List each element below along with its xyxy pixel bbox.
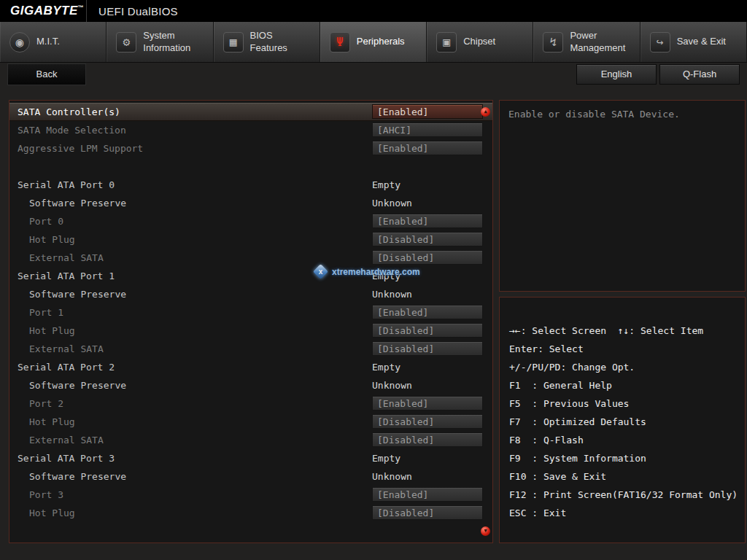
setting-row[interactable]: Hot Plug[Disabled] xyxy=(9,230,492,249)
mit-icon: ◉ xyxy=(9,32,30,52)
tab-save-exit[interactable]: ↪Save & Exit xyxy=(640,22,747,62)
spacer-row xyxy=(9,158,492,176)
key-hint: F7 : Optimized Defaults xyxy=(500,413,745,431)
setting-label: Port 2 xyxy=(29,394,63,413)
chipset-icon: ▣ xyxy=(436,32,457,52)
tab-peripherals[interactable]: ΨPeripherals xyxy=(320,22,427,62)
power-management-icon: ↯ xyxy=(543,32,563,52)
setting-value[interactable]: [Enabled] xyxy=(372,141,483,155)
key-hint: F10 : Save & Exit xyxy=(500,467,745,486)
setting-label: External SATA xyxy=(29,431,104,449)
setting-row[interactable]: Serial ATA Port 0Empty xyxy=(9,176,492,194)
setting-label: Software Preserve xyxy=(29,285,126,303)
tab-label: Peripherals xyxy=(357,36,405,47)
setting-label: SATA Mode Selection xyxy=(18,121,126,139)
key-hint: F9 : System Information xyxy=(500,449,745,467)
setting-label: Hot Plug xyxy=(29,322,75,340)
setting-row[interactable]: Aggressive LPM Support[Enabled] xyxy=(9,139,492,158)
setting-row[interactable]: External SATA[Disabled] xyxy=(9,431,492,449)
tab-system-information[interactable]: ⚙System Information xyxy=(107,22,213,62)
scroll-up-arrow[interactable]: ▲ xyxy=(481,107,490,117)
setting-row[interactable]: External SATA[Disabled] xyxy=(9,249,492,267)
setting-row[interactable]: SATA Controller(s)[Enabled] xyxy=(9,103,492,121)
setting-label: External SATA xyxy=(29,249,104,267)
setting-row[interactable]: Serial ATA Port 2Empty xyxy=(9,358,492,376)
setting-value[interactable]: [Enabled] xyxy=(372,487,483,502)
key-hints-list: →←: Select Screen ↑↓: Select ItemEnter: … xyxy=(500,322,745,522)
tab-label: Save & Exit xyxy=(677,36,726,47)
tab-chipset[interactable]: ▣Chipset xyxy=(427,22,533,62)
setting-label: Hot Plug xyxy=(29,413,75,431)
setting-row[interactable]: Port 2[Enabled] xyxy=(9,394,492,413)
setting-value: Empty xyxy=(372,358,400,376)
setting-label: Serial ATA Port 1 xyxy=(18,267,115,285)
tab-label: Chipset xyxy=(463,36,495,47)
setting-value[interactable]: [Disabled] xyxy=(372,250,483,265)
settings-list: SATA Controller(s)[Enabled]SATA Mode Sel… xyxy=(9,103,492,522)
setting-row[interactable]: External SATA[Disabled] xyxy=(9,340,492,358)
setting-value[interactable]: [Enabled] xyxy=(372,305,483,319)
setting-row[interactable]: Software PreserveUnknown xyxy=(9,467,492,486)
setting-row[interactable]: Port 0[Enabled] xyxy=(9,212,492,230)
setting-row[interactable]: SATA Mode Selection[AHCI] xyxy=(9,121,492,139)
key-hint: ESC : Exit xyxy=(500,504,745,522)
bios-screen: GIGABYTE™ UEFI DualBIOS ◉M.I.T.⚙System I… xyxy=(0,0,747,560)
language-button[interactable]: English xyxy=(576,64,657,85)
key-hint: +/-/PU/PD: Change Opt. xyxy=(500,358,745,376)
key-hints-panel: →←: Select Screen ↑↓: Select ItemEnter: … xyxy=(499,297,746,543)
tab-bar: ◉M.I.T.⚙System Information▦BIOS Features… xyxy=(0,22,747,63)
back-button[interactable]: Back xyxy=(7,63,86,85)
key-hint: Enter: Select xyxy=(500,340,745,358)
setting-value[interactable]: [Disabled] xyxy=(372,323,483,338)
setting-row[interactable]: Port 1[Enabled] xyxy=(9,303,492,322)
setting-row[interactable]: Hot Plug[Disabled] xyxy=(9,504,492,522)
setting-value[interactable]: [AHCI] xyxy=(372,122,483,137)
tab-bios-features[interactable]: ▦BIOS Features xyxy=(214,22,320,62)
watermark-text: xtremehardware.com xyxy=(332,267,420,277)
key-hint: F12 : Print Screen(FAT16/32 Format Only) xyxy=(500,486,745,504)
system-information-icon: ⚙ xyxy=(116,32,136,52)
setting-row[interactable]: Software PreserveUnknown xyxy=(9,376,492,394)
setting-value: Unknown xyxy=(372,376,412,394)
setting-value[interactable]: [Enabled] xyxy=(372,104,483,119)
setting-label: Port 3 xyxy=(29,486,63,504)
trademark-symbol: ™ xyxy=(78,4,85,11)
setting-value[interactable]: [Disabled] xyxy=(372,505,483,520)
toolbar: Back English Q-Flash xyxy=(0,63,747,87)
setting-row[interactable]: Hot Plug[Disabled] xyxy=(9,322,492,340)
watermark: x xtremehardware.com xyxy=(315,266,420,277)
setting-label: Hot Plug xyxy=(29,230,75,249)
setting-value[interactable]: [Disabled] xyxy=(372,232,483,246)
key-hint: F1 : General Help xyxy=(500,376,745,394)
setting-row[interactable]: Software PreserveUnknown xyxy=(9,285,492,303)
key-hint: F8 : Q-Flash xyxy=(500,431,745,449)
setting-row[interactable]: Software PreserveUnknown xyxy=(9,194,492,212)
setting-label: Port 0 xyxy=(29,212,63,230)
tab-mit[interactable]: ◉M.I.T. xyxy=(0,22,107,62)
help-panel: Enable or disable SATA Device. xyxy=(499,100,746,292)
setting-value[interactable]: [Disabled] xyxy=(372,414,483,429)
tab-label: System Information xyxy=(143,30,203,54)
setting-label: External SATA xyxy=(29,340,104,358)
setting-value[interactable]: [Enabled] xyxy=(372,214,483,228)
setting-row[interactable]: Serial ATA Port 3Empty xyxy=(9,449,492,467)
setting-value: Empty xyxy=(372,449,400,467)
scroll-down-arrow[interactable]: ▼ xyxy=(481,526,490,536)
setting-row[interactable]: Port 3[Enabled] xyxy=(9,486,492,504)
key-hint: →←: Select Screen ↑↓: Select Item xyxy=(500,322,745,340)
setting-value[interactable]: [Disabled] xyxy=(372,341,483,356)
tab-label: M.I.T. xyxy=(36,36,60,47)
bios-features-icon: ▦ xyxy=(223,32,244,52)
setting-label: Hot Plug xyxy=(29,504,75,522)
setting-label: Port 1 xyxy=(29,303,63,322)
setting-value: Empty xyxy=(372,176,400,194)
setting-value: Unknown xyxy=(372,467,412,486)
setting-row[interactable]: Hot Plug[Disabled] xyxy=(9,413,492,431)
header-bar: GIGABYTE™ UEFI DualBIOS xyxy=(0,0,747,22)
gigabyte-logo: GIGABYTE™ xyxy=(0,4,86,18)
setting-value: Unknown xyxy=(372,285,412,303)
setting-value[interactable]: [Disabled] xyxy=(372,432,483,447)
setting-value[interactable]: [Enabled] xyxy=(372,396,483,411)
qflash-button[interactable]: Q-Flash xyxy=(659,64,740,85)
tab-power-management[interactable]: ↯Power Management xyxy=(533,22,640,62)
